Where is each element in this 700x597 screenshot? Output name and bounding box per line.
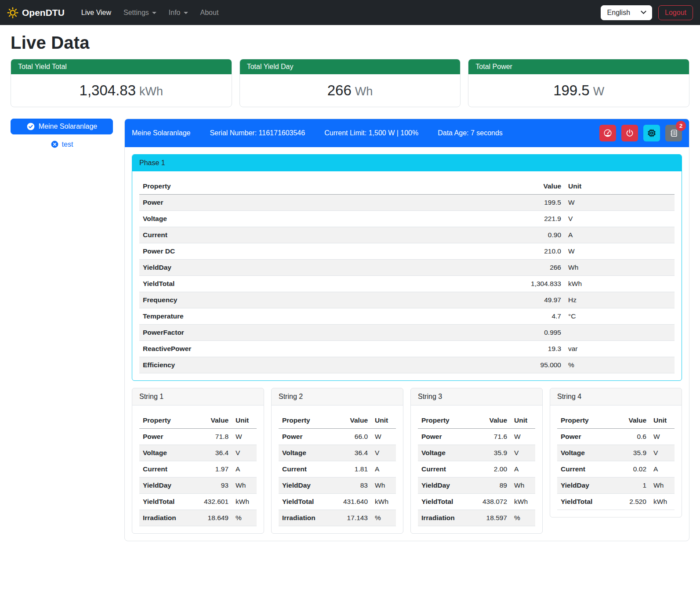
header-value: Value — [508, 178, 565, 195]
unit-cell: kWh — [232, 494, 257, 510]
unit-cell: V — [511, 445, 535, 461]
inverter-item-test[interactable]: test — [11, 140, 113, 148]
table-row: Voltage36.4V — [279, 445, 396, 461]
property-cell: Frequency — [139, 292, 508, 308]
header-property: Property — [139, 178, 508, 195]
unit-cell — [565, 325, 675, 341]
card-title: Total Power — [468, 59, 689, 74]
table-row: PowerFactor0.995 — [139, 325, 675, 341]
check-circle-icon — [26, 122, 35, 131]
strings-row: String 1 Property Value Unit — [132, 388, 682, 534]
property-cell: Voltage — [139, 211, 508, 227]
sun-logo-icon — [7, 7, 18, 18]
table-row: Efficiency95.000% — [139, 357, 675, 373]
power-button[interactable] — [621, 125, 638, 141]
string-table: Property Value Unit Power66.0WVoltage36.… — [279, 412, 396, 526]
nav-live-view[interactable]: Live View — [75, 5, 117, 20]
property-cell: YieldTotal — [139, 276, 508, 292]
property-cell: Irradiation — [418, 510, 469, 526]
card-title: Total Yield Total — [11, 59, 232, 74]
navbar: OpenDTU Live View Settings Info About En… — [0, 0, 700, 25]
inverter-select-label: Meine Solaranlage — [39, 123, 97, 130]
string-title: String 1 — [132, 388, 264, 405]
nav-about[interactable]: About — [194, 5, 225, 20]
table-row: Power DC210.0W — [139, 243, 675, 260]
property-cell: Current — [139, 461, 190, 478]
value-cell: 66.0 — [330, 429, 371, 445]
string-table: Property Value Unit Power71.8WVoltage36.… — [139, 412, 257, 526]
caret-down-icon — [184, 12, 188, 14]
table-row: Irradiation18.597% — [418, 510, 535, 526]
unit-cell: Wh — [565, 260, 675, 276]
value-cell: 71.8 — [190, 429, 232, 445]
unit-cell: A — [232, 461, 257, 478]
table-header-row: Property Value Unit — [418, 412, 535, 429]
table-row: YieldTotal2.520kWh — [557, 494, 675, 510]
value-cell: 17.143 — [330, 510, 371, 526]
unit-cell: W — [232, 429, 257, 445]
card-body: 266Wh — [240, 74, 461, 107]
card-value: 199.5 — [553, 82, 590, 98]
inverter-actions: 2 — [599, 125, 682, 141]
property-cell: YieldDay — [557, 478, 608, 494]
logout-button[interactable]: Logout — [658, 5, 693, 20]
unit-cell: W — [650, 429, 675, 445]
property-cell: Power — [557, 429, 608, 445]
unit-cell: V — [232, 445, 257, 461]
limit-settings-button[interactable] — [599, 125, 616, 141]
header-unit: Unit — [511, 412, 535, 429]
header-value: Value — [469, 412, 511, 429]
value-cell: 210.0 — [508, 243, 565, 260]
table-row: Temperature4.7°C — [139, 308, 675, 325]
unit-cell: kWh — [650, 494, 675, 510]
string-title: String 4 — [550, 388, 682, 405]
inverter-select-button[interactable]: Meine Solaranlage — [11, 119, 113, 134]
table-row: ReactivePower19.3var — [139, 341, 675, 357]
inverter-limit: Current Limit: 1,500 W | 100% — [324, 129, 418, 137]
property-cell: YieldTotal — [557, 494, 608, 510]
card-value: 266 — [327, 82, 352, 98]
nav-info[interactable]: Info — [163, 5, 194, 20]
device-info-button[interactable] — [643, 125, 660, 141]
property-cell: Current — [139, 227, 508, 243]
property-cell: Voltage — [418, 445, 469, 461]
table-row: YieldDay1Wh — [557, 478, 675, 494]
unit-cell: % — [371, 510, 396, 526]
phase-table: Property Value Unit Power199.5WVoltage22… — [139, 178, 675, 373]
table-row: YieldDay89Wh — [418, 478, 535, 494]
card-body: 199.5W — [468, 74, 689, 107]
table-header-row: Property Value Unit — [557, 412, 675, 429]
table-row: Power71.8W — [139, 429, 257, 445]
language-select-value: English — [607, 9, 630, 17]
value-cell: 266 — [508, 260, 565, 276]
string-card-2: String 2 Property Value Unit — [271, 388, 403, 534]
table-header-row: Property Value Unit — [279, 412, 396, 429]
string-card-1: String 1 Property Value Unit — [132, 388, 264, 534]
header-value: Value — [190, 412, 232, 429]
property-cell: Power DC — [139, 243, 508, 260]
card-unit: W — [593, 85, 604, 98]
card-title: Total Yield Day — [240, 59, 461, 74]
header-property: Property — [279, 412, 330, 429]
event-log-button[interactable]: 2 — [665, 125, 682, 141]
string-table: Property Value Unit Power71.6WVoltage35.… — [418, 412, 535, 526]
unit-cell: W — [511, 429, 535, 445]
value-cell: 35.9 — [608, 445, 650, 461]
inverter-card-body: Phase 1 Property Value Unit Power199.5WV… — [125, 147, 689, 541]
table-row: Power0.6W — [557, 429, 675, 445]
header-property: Property — [557, 412, 608, 429]
unit-cell: V — [565, 211, 675, 227]
language-select[interactable]: English — [601, 5, 652, 20]
property-cell: YieldTotal — [279, 494, 330, 510]
brand[interactable]: OpenDTU — [7, 7, 65, 18]
nav-settings[interactable]: Settings — [117, 5, 163, 20]
property-cell: PowerFactor — [139, 325, 508, 341]
value-cell: 2.00 — [469, 461, 511, 478]
value-cell: 1.97 — [190, 461, 232, 478]
property-cell: Power — [139, 195, 508, 211]
value-cell: 18.649 — [190, 510, 232, 526]
card-unit: kWh — [139, 85, 163, 98]
unit-cell: Wh — [232, 478, 257, 494]
property-cell: Irradiation — [139, 510, 190, 526]
value-cell: 4.7 — [508, 308, 565, 325]
